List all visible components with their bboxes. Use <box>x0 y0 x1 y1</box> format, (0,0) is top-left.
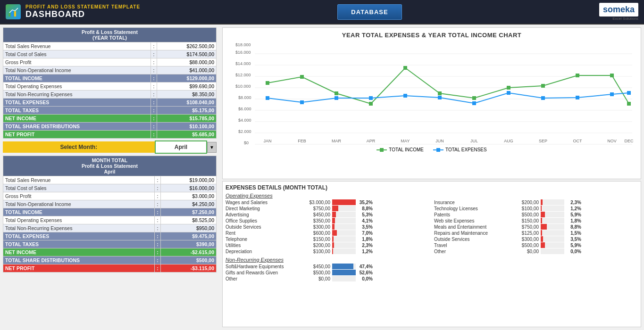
list-item: Other $0,00 0,0% <box>434 248 638 254</box>
table-row: Total Non-Operational Income : $4.250,00 <box>3 200 217 208</box>
svg-text:$6.000: $6.000 <box>238 107 251 111</box>
expense-bar-wrap <box>332 206 356 211</box>
net-income-value: $15.785,00 <box>157 115 216 123</box>
svg-text:SEP: SEP <box>539 139 547 143</box>
month-selector-label: Select Month: <box>3 141 155 153</box>
expense-pct: 5,9% <box>566 212 581 217</box>
row-label: Gross Profit <box>3 58 151 66</box>
expense-bar-wrap <box>541 206 564 211</box>
expense-bar-wrap <box>541 224 564 230</box>
row-label: Total Operating Expenses <box>3 82 151 91</box>
header-titles: PROFIT AND LOSS STATEMENT TEMPLATE DASHB… <box>25 4 140 19</box>
expense-pct: 0,0% <box>566 249 581 254</box>
svg-rect-46 <box>266 96 269 100</box>
expense-bar-wrap <box>332 199 356 205</box>
svg-rect-57 <box>627 91 631 95</box>
expense-pct: 2,3% <box>358 243 373 248</box>
table-row: Gross Profit : $88.000,00 <box>3 58 217 66</box>
list-item: Utilities $200,00 2,3% <box>226 242 429 248</box>
svg-text:DEC: DEC <box>624 139 634 143</box>
expense-pct: 3,5% <box>566 237 581 242</box>
row-value: $19.000,00 <box>160 176 216 184</box>
expense-bar <box>541 212 545 217</box>
expense-name: Soft&Hardware Equipments <box>226 264 301 269</box>
year-table-title: Profit & Loss Statement (YEAR TOTAL) <box>3 28 217 42</box>
list-item: Outside Services $300,00 3,5% <box>434 236 638 242</box>
svg-text:$8.000: $8.000 <box>238 95 251 100</box>
total-income-value: $129.000,00 <box>157 74 216 82</box>
expense-bar <box>332 236 334 242</box>
expense-bar <box>541 236 543 242</box>
month-total-income-row: TOTAL INCOME : $7.250,00 <box>3 208 217 216</box>
income-legend-label: TOTAL INCOME <box>389 147 424 152</box>
expense-value: $750,00 <box>511 224 539 230</box>
month-share-dist-row: TOTAL SHARE DISTRIBUTIONS : $500,00 <box>3 256 217 264</box>
month-dropdown-button[interactable]: ▼ <box>207 142 217 153</box>
list-item: Telephone $150,00 1,8% <box>226 236 429 242</box>
row-value: $3.000,00 <box>160 192 216 200</box>
svg-rect-39 <box>438 91 442 95</box>
table-row: Total Sales Revenue : $262.500,00 <box>3 42 217 50</box>
svg-rect-34 <box>266 81 269 85</box>
total-expenses-row: TOTAL EXPENSES : $108.040,00 <box>3 99 217 107</box>
svg-rect-59 <box>380 148 384 152</box>
total-taxes-row: TOTAL TAXES : $5.175,00 <box>3 107 217 115</box>
chart-area: $0 $2.000 $4.000 $6.000 $8.000 $10.000 $… <box>226 41 637 145</box>
expense-value: $300,00 <box>511 237 539 242</box>
svg-text:JAN: JAN <box>263 139 271 143</box>
row-label: Gross Profit <box>3 192 155 200</box>
list-item: Insurance $200,00 2,3% <box>434 199 638 205</box>
expense-name: Patents <box>434 212 510 217</box>
expense-value: $500,00 <box>511 212 539 217</box>
row-label: Total Non-Recurring Expenses <box>3 224 155 232</box>
share-dist-label: TOTAL SHARE DISTRIBUTIONS <box>3 123 151 131</box>
expense-pct: 1,5% <box>566 231 581 236</box>
month-net-income-value: -$2.615,00 <box>160 248 216 256</box>
expense-name: Office Supplies <box>226 218 301 223</box>
legend-income: TOTAL INCOME <box>376 147 424 152</box>
total-expenses-value: $108.040,00 <box>157 99 216 107</box>
expense-name: Insurance <box>434 200 510 205</box>
database-button[interactable]: DATABASE <box>337 4 401 20</box>
someka-logo-block: someka Excel Solutions <box>599 3 638 21</box>
table-row: Gross Profit : $3.000,00 <box>3 192 217 200</box>
expense-pct: 5,3% <box>358 212 373 217</box>
expense-value: $600,00 <box>303 231 330 236</box>
svg-rect-41 <box>507 86 510 90</box>
month-total-table: MONTH TOTAL Profit & Loss Statement Apri… <box>3 156 217 272</box>
right-panel: YEAR TOTAL EXPENSES & YEAR TOTAL INCOME … <box>219 25 644 330</box>
expense-pct: 1,2% <box>358 249 373 254</box>
list-item: Other $0,00 0,0% <box>226 276 429 281</box>
table-row: Total Non-Recurring Expenses : $8.350,00 <box>3 91 217 99</box>
list-item: Wages and Salaries $3.000,00 35,2% <box>226 199 429 205</box>
expense-value: $0,00 <box>303 276 330 281</box>
month-net-income-label: NET INCOME <box>3 248 155 256</box>
expense-bar <box>541 224 547 230</box>
svg-text:JUL: JUL <box>470 139 478 143</box>
someka-logo: someka <box>599 3 638 16</box>
list-item: Direct Marketing $750,00 8,8% <box>226 206 429 211</box>
table-row: Total Sales Revenue : $19.000,00 <box>3 176 217 184</box>
list-item: Repairs and Maintenance $125,00 1,5% <box>434 230 638 236</box>
month-selector-value[interactable]: April <box>155 140 207 154</box>
month-total-taxes-value: $390,00 <box>160 240 216 248</box>
list-item: Outside Services $300,00 3,5% <box>226 224 429 230</box>
operating-expenses-title: Operating Expenses <box>226 193 429 198</box>
expense-bar <box>541 242 545 248</box>
row-value: $8.525,00 <box>160 216 216 224</box>
month-net-income-row: NET INCOME : -$2.615,00 <box>3 248 217 256</box>
row-label: Total Cost of Sales <box>3 184 155 192</box>
table-row: Total Cost of Sales : $16.000,00 <box>3 184 217 192</box>
expense-bar-wrap <box>332 270 356 275</box>
expense-bar <box>541 218 542 223</box>
svg-rect-53 <box>507 91 510 95</box>
month-selector: Select Month: April ▼ <box>3 140 217 154</box>
expense-bar-wrap <box>332 218 356 223</box>
month-total-taxes-row: TOTAL TAXES : $390,00 <box>3 240 217 248</box>
row-value: $8.350,00 <box>157 91 216 99</box>
row-label: Total Sales Revenue <box>3 176 155 184</box>
svg-rect-2 <box>14 11 16 16</box>
expense-name: Travel <box>434 243 510 248</box>
expenses-legend-icon <box>433 148 443 152</box>
row-value: $4.250,00 <box>160 200 216 208</box>
